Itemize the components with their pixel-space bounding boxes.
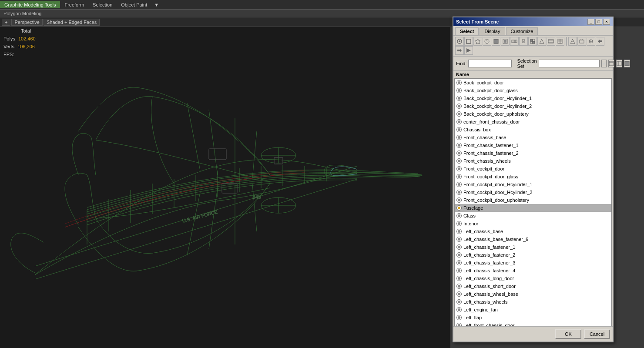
dialog-maximize-btn[interactable]: □ — [595, 19, 602, 25]
list-item[interactable]: Front_chassis_wheels — [455, 157, 611, 165]
list-item[interactable]: Back_cockpit_door_Hcylinder_1 — [455, 94, 611, 102]
list-item-label: Front_cockpit_door_Hcylinder_2 — [463, 190, 532, 195]
list-item[interactable]: Left_chassis_base — [455, 228, 611, 235]
list-item[interactable]: Front_cockpit_door_upholstery — [455, 196, 611, 204]
aircraft-wireframe: U.S. AIR FORCE 345 — [0, 27, 450, 348]
list-item[interactable]: Back_cockpit_door — [455, 79, 611, 87]
toolbar-btn-4[interactable] — [483, 37, 491, 46]
list-radio — [456, 291, 462, 297]
toolbar-btn-18[interactable] — [464, 46, 473, 55]
list-item[interactable]: Left_chassis_short_door — [455, 282, 611, 290]
list-item-label: Left_front_chassis_door — [463, 323, 514, 326]
menu-object-paint[interactable]: Object Paint — [117, 1, 151, 8]
list-item[interactable]: Front_chassis_base — [455, 134, 611, 141]
list-item[interactable]: Back_cockpit_door_Hcylinder_2 — [455, 102, 611, 110]
list-item[interactable]: Back_cockpit_door_upholstery — [455, 110, 611, 118]
dialog-bottom-bar: OK Cancel — [453, 326, 613, 341]
toolbar-btn-14[interactable] — [577, 37, 586, 46]
dialog-titlebar: Select From Scene _ □ × — [453, 17, 613, 26]
list-item[interactable]: Left_front_chassis_door — [455, 321, 611, 326]
stats-panel: Total Polys: 102,460 Verts: 106,206 FPS: — [3, 27, 36, 58]
svg-marker-41 — [475, 39, 480, 44]
toolbar-btn-9[interactable] — [528, 37, 537, 46]
toolbar-btn-8[interactable] — [519, 37, 528, 46]
list-item[interactable]: Left_chassis_fastener_3 — [455, 259, 611, 267]
svg-rect-54 — [530, 41, 533, 44]
dialog-close-btn[interactable]: × — [603, 19, 610, 25]
selection-set-browse-btn[interactable]: ▼ — [601, 60, 607, 67]
list-item-label: Left_chassis_fastener_4 — [463, 268, 515, 273]
toolbar-btn-17[interactable] — [455, 46, 464, 55]
viewport-shading-btn[interactable]: Shaded + Edged Faces — [44, 19, 100, 26]
list-item[interactable]: Front_chassis_fastener_1 — [455, 141, 611, 149]
toolbar-btn-11[interactable] — [547, 37, 555, 46]
list-item[interactable]: Back_cockpit_door_glass — [455, 87, 611, 94]
list-item-label: Interior — [463, 221, 478, 226]
menu-selection[interactable]: Selection — [88, 1, 117, 8]
list-item[interactable]: Left_chassis_fastener_4 — [455, 267, 611, 274]
list-radio — [456, 143, 462, 148]
toolbar-btn-16[interactable] — [596, 37, 604, 46]
list-radio — [456, 244, 462, 250]
toolbar-btn-1[interactable] — [455, 37, 464, 46]
viewport-plus-btn[interactable]: + — [2, 19, 10, 26]
list-item[interactable]: Front_cockpit_door_Hcylinder_1 — [455, 181, 611, 188]
list-item[interactable]: Left_chassis_fastener_2 — [455, 251, 611, 259]
dialog-list-container[interactable]: Back_cockpit_doorBack_cockpit_door_glass… — [454, 78, 612, 326]
list-item-label: Back_cockpit_door_Hcylinder_2 — [463, 104, 532, 109]
svg-point-51 — [522, 39, 525, 42]
find-input[interactable] — [468, 60, 512, 67]
tab-display[interactable]: Display — [480, 27, 505, 35]
list-item[interactable]: Left_engine_fan — [455, 306, 611, 314]
dialog-minimize-btn[interactable]: _ — [587, 19, 594, 25]
list-radio — [456, 182, 462, 187]
viewport-perspective-btn[interactable]: Perspective — [11, 19, 42, 26]
list-radio — [456, 213, 462, 218]
find-btn-1[interactable] — [608, 60, 614, 67]
list-item[interactable]: Front_cockpit_door_Hcylinder_2 — [455, 188, 611, 196]
list-item-label: Left_chassis_fastener_2 — [463, 252, 515, 258]
list-item[interactable]: Front_cockpit_door — [455, 165, 611, 173]
list-item[interactable]: Left_chassis_base_fastener_6 — [455, 235, 611, 243]
ok-button[interactable]: OK — [555, 329, 581, 339]
list-item[interactable]: Left_chassis_wheels — [455, 298, 611, 306]
list-item[interactable]: Glass — [455, 212, 611, 220]
list-item-label: Back_cockpit_door — [463, 80, 504, 85]
toolbar-btn-3[interactable] — [473, 37, 482, 46]
menu-freeform[interactable]: Freeform — [60, 1, 88, 8]
find-btn-2[interactable] — [616, 60, 622, 67]
selection-set-input[interactable] — [539, 60, 600, 67]
app-title[interactable]: Graphite Modeling Tools — [0, 1, 60, 8]
toolbar-btn-7[interactable] — [510, 37, 519, 46]
viewport[interactable]: U.S. AIR FORCE 345 — [0, 27, 450, 348]
list-radio — [456, 323, 462, 326]
list-item[interactable]: Fuselage — [455, 204, 611, 212]
verts-value: 106,206 — [17, 43, 35, 50]
list-item[interactable]: Front_cockpit_door_glass — [455, 173, 611, 181]
toolbar-btn-5[interactable] — [492, 37, 500, 46]
toolbar-btn-12[interactable] — [556, 37, 564, 46]
select-from-scene-dialog: Select From Scene _ □ × Select Display C… — [453, 17, 614, 342]
svg-rect-59 — [558, 39, 562, 44]
list-item-label: Left_chassis_base_fastener_6 — [463, 237, 528, 242]
list-item[interactable]: Interior — [455, 220, 611, 228]
toolbar-btn-2[interactable] — [464, 37, 473, 46]
tab-customize[interactable]: Customize — [506, 27, 538, 35]
list-item[interactable]: center_front_chassis_door — [455, 118, 611, 126]
list-item[interactable]: Front_chassis_fastener_2 — [455, 149, 611, 157]
find-btn-3[interactable] — [624, 60, 630, 67]
cancel-button[interactable]: Cancel — [584, 329, 610, 339]
list-item-label: Front_chassis_fastener_2 — [463, 151, 519, 156]
toolbar-btn-10[interactable] — [537, 37, 546, 46]
list-item[interactable]: Left_chassis_fastener_1 — [455, 243, 611, 251]
tab-select[interactable]: Select — [455, 27, 479, 35]
toolbar-btn-6[interactable] — [501, 37, 510, 46]
toolbar-btn-13[interactable] — [568, 37, 577, 46]
list-item[interactable]: Chassis_box — [455, 126, 611, 134]
menu-dropdown-arrow[interactable]: ▼ — [151, 1, 161, 8]
svg-rect-0 — [0, 27, 450, 348]
list-item[interactable]: Left_chassis_long_door — [455, 274, 611, 282]
list-item[interactable]: Left_flap — [455, 314, 611, 321]
list-item[interactable]: Left_chassis_wheel_base — [455, 290, 611, 298]
toolbar-btn-15[interactable] — [587, 37, 595, 46]
